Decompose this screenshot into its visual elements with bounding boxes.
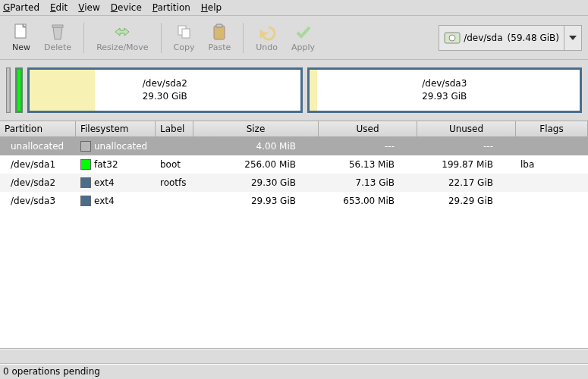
apply-icon <box>294 23 313 41</box>
map-sda1[interactable] <box>15 67 23 113</box>
partition-map: /dev/sda2 29.30 GiB /dev/sda3 29.93 GiB <box>0 60 588 121</box>
cell-unused: 22.17 GiB <box>417 177 516 188</box>
undo-button[interactable]: Undo <box>250 20 284 55</box>
menu-help[interactable]: Help <box>201 2 222 13</box>
menu-partition[interactable]: Partition <box>153 2 190 13</box>
cell-partition: unallocated <box>0 141 76 152</box>
table-row[interactable]: unallocatedunallocated4.00 MiB------ <box>0 137 588 155</box>
menu-device[interactable]: Device <box>111 2 142 13</box>
col-flags[interactable]: Flags <box>516 121 588 136</box>
cell-used: 7.13 GiB <box>319 177 417 188</box>
separator <box>83 23 84 53</box>
partition-table: unallocatedunallocated4.00 MiB------/dev… <box>0 137 588 349</box>
col-partition[interactable]: Partition <box>0 121 76 136</box>
device-selector[interactable]: /dev/sda (59.48 GiB) <box>439 25 582 51</box>
col-size[interactable]: Size <box>193 121 319 136</box>
col-filesystem[interactable]: Filesystem <box>76 121 156 136</box>
fs-swatch-icon <box>80 159 91 170</box>
paste-icon <box>210 23 228 41</box>
table-row[interactable]: /dev/sda2ext4rootfs29.30 GiB7.13 GiB22.1… <box>0 174 588 192</box>
toolbar: New Delete Resize/Move Copy Paste Undo <box>0 16 588 60</box>
cell-used: 56.13 MiB <box>319 159 417 170</box>
table-row[interactable]: /dev/sda1fat32boot256.00 MiB56.13 MiB199… <box>0 155 588 174</box>
resize-button[interactable]: Resize/Move <box>90 20 154 55</box>
map-sda3[interactable]: /dev/sda3 29.93 GiB <box>307 67 583 113</box>
col-used[interactable]: Used <box>319 121 417 136</box>
new-icon <box>12 23 30 41</box>
svg-point-7 <box>449 35 455 41</box>
cell-filesystem: ext4 <box>76 196 156 207</box>
hdd-icon <box>444 32 461 44</box>
copy-icon <box>175 23 193 41</box>
cell-size: 256.00 MiB <box>193 159 319 170</box>
svg-rect-1 <box>52 25 63 27</box>
fs-swatch-icon <box>80 196 91 206</box>
cell-flags: lba <box>516 159 588 170</box>
cell-used: --- <box>319 141 417 152</box>
device-path: /dev/sda <box>464 33 502 43</box>
map-sda2[interactable]: /dev/sda2 29.30 GiB <box>27 67 303 113</box>
cell-unused: 29.29 GiB <box>417 196 516 206</box>
cell-unused: --- <box>417 141 516 152</box>
delete-icon <box>49 23 67 41</box>
cell-size: 29.30 GiB <box>193 177 319 188</box>
cell-partition: /dev/sda3 <box>0 196 76 206</box>
undo-icon <box>258 23 276 41</box>
svg-rect-3 <box>182 29 190 38</box>
cell-label: boot <box>156 159 193 170</box>
cell-filesystem: unallocated <box>76 141 156 152</box>
cell-size: 29.93 GiB <box>193 196 319 206</box>
resize-icon <box>113 23 131 41</box>
status-text: 0 operations pending <box>3 366 100 377</box>
fs-swatch-icon <box>80 177 91 188</box>
apply-button[interactable]: Apply <box>285 20 321 55</box>
device-size: (59.48 GiB) <box>508 33 559 43</box>
separator <box>161 23 162 53</box>
paste-button[interactable]: Paste <box>203 20 237 55</box>
cell-used: 653.00 MiB <box>319 196 417 206</box>
cell-filesystem: ext4 <box>76 177 156 189</box>
new-button[interactable]: New <box>6 20 36 55</box>
cell-partition: /dev/sda2 <box>0 177 76 188</box>
table-row[interactable]: /dev/sda3ext429.93 GiB653.00 MiB29.29 Gi… <box>0 192 588 210</box>
cell-partition: /dev/sda1 <box>0 159 76 170</box>
table-header: Partition Filesystem Label Size Used Unu… <box>0 121 588 137</box>
cell-size: 4.00 MiB <box>193 141 319 152</box>
menu-view[interactable]: View <box>78 2 99 13</box>
cell-label: rootfs <box>156 177 193 188</box>
svg-rect-5 <box>216 24 222 27</box>
menubar: GParted Edit View Device Partition Help <box>0 0 588 16</box>
dropdown-arrow-icon <box>564 26 581 50</box>
operations-panel <box>0 349 588 364</box>
copy-button[interactable]: Copy <box>168 20 201 55</box>
statusbar: 0 operations pending <box>0 364 588 379</box>
menu-edit[interactable]: Edit <box>50 2 68 13</box>
col-unused[interactable]: Unused <box>417 121 516 136</box>
col-label[interactable]: Label <box>156 121 193 136</box>
fs-swatch-icon <box>80 141 91 152</box>
delete-button[interactable]: Delete <box>38 20 77 55</box>
menu-gparted[interactable]: GParted <box>3 2 39 13</box>
cell-filesystem: fat32 <box>76 159 156 171</box>
cell-unused: 199.87 MiB <box>417 159 516 170</box>
separator <box>243 23 244 53</box>
svg-rect-4 <box>214 26 225 39</box>
map-unallocated[interactable] <box>6 67 11 113</box>
